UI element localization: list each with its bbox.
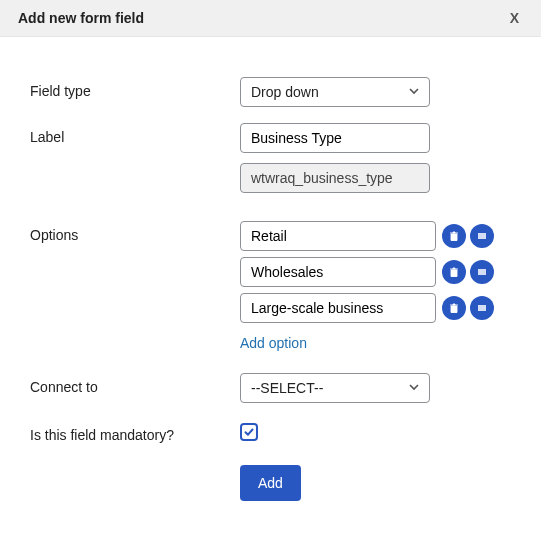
- row-label: Label: [30, 123, 511, 153]
- row-options: Options: [30, 221, 511, 351]
- slug-input: [240, 163, 430, 193]
- row-slug: [30, 163, 511, 193]
- connect-to-select[interactable]: --SELECT--: [240, 373, 430, 403]
- label-slug-spacer: [30, 163, 240, 169]
- option-input[interactable]: [240, 257, 436, 287]
- modal-header: Add new form field X: [0, 0, 541, 37]
- add-button[interactable]: Add: [240, 465, 301, 501]
- option-input[interactable]: [240, 221, 436, 251]
- reorder-option-button[interactable]: [470, 224, 494, 248]
- option-row: [240, 293, 511, 323]
- row-connect-to: Connect to --SELECT--: [30, 373, 511, 403]
- delete-option-button[interactable]: [442, 224, 466, 248]
- check-icon: [243, 426, 255, 438]
- reorder-option-button[interactable]: [470, 260, 494, 284]
- label-options: Options: [30, 221, 240, 243]
- add-option-link[interactable]: Add option: [240, 335, 307, 351]
- drag-handle-icon: [476, 302, 488, 314]
- close-icon[interactable]: X: [506, 10, 523, 26]
- row-field-type: Field type Drop down: [30, 77, 511, 107]
- modal-title: Add new form field: [18, 10, 144, 26]
- trash-icon: [448, 266, 460, 278]
- drag-handle-icon: [476, 230, 488, 242]
- trash-icon: [448, 302, 460, 314]
- field-type-select-value: Drop down: [240, 77, 430, 107]
- delete-option-button[interactable]: [442, 260, 466, 284]
- row-submit: Add: [30, 465, 511, 501]
- label-label: Label: [30, 123, 240, 145]
- label-connect-to: Connect to: [30, 373, 240, 395]
- option-row: [240, 221, 511, 251]
- field-type-select[interactable]: Drop down: [240, 77, 430, 107]
- mandatory-checkbox[interactable]: [240, 423, 258, 441]
- label-field-type: Field type: [30, 77, 240, 99]
- row-mandatory: Is this field mandatory?: [30, 421, 511, 443]
- option-row: [240, 257, 511, 287]
- drag-handle-icon: [476, 266, 488, 278]
- delete-option-button[interactable]: [442, 296, 466, 320]
- connect-to-select-value: --SELECT--: [240, 373, 430, 403]
- form-body: Field type Drop down Label Options: [0, 37, 541, 541]
- label-input[interactable]: [240, 123, 430, 153]
- reorder-option-button[interactable]: [470, 296, 494, 320]
- label-submit-spacer: [30, 465, 240, 471]
- label-mandatory: Is this field mandatory?: [30, 421, 240, 443]
- trash-icon: [448, 230, 460, 242]
- option-input[interactable]: [240, 293, 436, 323]
